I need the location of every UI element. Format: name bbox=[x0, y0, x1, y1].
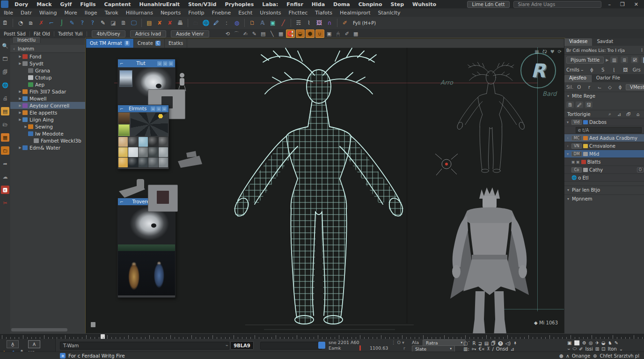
shelf-tab-3[interactable]: Tsdtfst Yuli bbox=[54, 31, 87, 36]
tree-row-dacbos[interactable]: ▾VidDacbos bbox=[564, 118, 644, 126]
question-icon[interactable]: ? bbox=[78, 19, 87, 27]
gear-status-icon[interactable]: ⊛ bbox=[593, 353, 597, 359]
text-icon[interactable]: 𝔛 bbox=[487, 346, 490, 352]
diamond-icon[interactable]: ◇ bbox=[606, 84, 614, 90]
printer-icon[interactable]: 🖨 bbox=[1, 94, 9, 102]
dot-icon[interactable]: : bbox=[222, 19, 231, 27]
table-icon[interactable]: 𝔸 bbox=[258, 19, 267, 27]
expand-arrow-icon[interactable]: ▶ bbox=[18, 55, 22, 58]
outliner-item-aep[interactable]: Aep bbox=[10, 81, 85, 88]
expand-arrow-icon[interactable]: ▶ bbox=[18, 90, 22, 93]
doc-icon[interactable]: 🗎 bbox=[119, 19, 128, 27]
r-icon[interactable]: R bbox=[472, 341, 476, 346]
ratra-dropdown[interactable]: Ratra▾ bbox=[423, 339, 466, 346]
darkbox-icon[interactable]: ◪ bbox=[109, 19, 118, 27]
clay-icon[interactable]: ☁ bbox=[1, 172, 9, 181]
o-icon[interactable]: O bbox=[575, 84, 583, 90]
menu2-item-1[interactable]: Datr bbox=[17, 10, 36, 16]
target-icon[interactable]: ◎ bbox=[589, 340, 593, 345]
question2-icon[interactable]: ? bbox=[88, 19, 97, 27]
outliner-tab[interactable]: Insectlu bbox=[12, 36, 41, 43]
tree-row-aed-aadua-cradbmy[interactable]: ›MCAed Aadua Cradbmy bbox=[564, 134, 644, 142]
tab-viadese[interactable]: Viadese bbox=[564, 38, 592, 46]
flag-icon[interactable]: ▛ bbox=[641, 57, 644, 63]
outliner-item-sewing[interactable]: ▶Sewing bbox=[10, 123, 85, 130]
curve-icon[interactable]: ⌐ bbox=[47, 19, 56, 27]
outliner-item-fith-3lll7-sadar[interactable]: ▶Fith 3lll7 Sadar bbox=[10, 88, 85, 95]
snap-point-icon[interactable]: ⬢ bbox=[306, 29, 315, 38]
outliner-item-grana[interactable]: Grana bbox=[10, 67, 85, 74]
sound-icon[interactable]: ◁) bbox=[505, 341, 511, 346]
clock-icon[interactable]: ◔ bbox=[16, 19, 25, 27]
panel-elrmnts-header[interactable]: ⌐ Elrmnts ▫ ▫ ▫ bbox=[118, 105, 168, 112]
u-icon[interactable]: ⌙ bbox=[596, 84, 603, 90]
pen3-icon[interactable]: ✎ bbox=[615, 340, 618, 345]
material-swatch-8[interactable] bbox=[148, 147, 158, 157]
panel-button-icon[interactable]: ▫ bbox=[168, 61, 173, 66]
keys-icon[interactable]: ▣ bbox=[325, 30, 333, 37]
copy-icon[interactable]: 🗍 bbox=[491, 341, 496, 346]
tree-caret-icon[interactable]: ▾ bbox=[565, 152, 570, 156]
tree-caret-icon[interactable]: › bbox=[565, 144, 570, 148]
shelf-button-3[interactable]: Aasde Vienr bbox=[171, 30, 209, 37]
outliner-item-aeytear-conrrell[interactable]: ▶Aeytear Conrrell bbox=[10, 102, 85, 109]
tree-row-cathy[interactable]: CoCathyO bbox=[564, 166, 644, 174]
menu2-item-9[interactable]: Fnebne bbox=[208, 10, 235, 16]
menu2-item-8[interactable]: Fnotlp bbox=[184, 10, 208, 16]
mlte-section-header[interactable]: ▾Mlte Rege bbox=[564, 92, 644, 100]
node-card-2[interactable] bbox=[148, 185, 178, 212]
outliner-item-ctotup[interactable]: Ctotup bbox=[10, 74, 85, 81]
tiny1-icon[interactable]: ⌕ bbox=[606, 111, 614, 117]
menu2-item-14[interactable]: Healmiprort bbox=[336, 10, 374, 16]
outliner-item-syvdt[interactable]: ▶Syvdt bbox=[10, 60, 85, 67]
menu2-item-12[interactable]: Fhcttec bbox=[285, 10, 311, 16]
win2-icon[interactable]: ⊡ bbox=[601, 346, 605, 352]
camera-icon[interactable]: 🖶 bbox=[176, 19, 185, 27]
armored-figure[interactable] bbox=[450, 187, 529, 334]
gray-wireframe-figure[interactable] bbox=[456, 62, 526, 172]
material-swatch-4[interactable] bbox=[159, 137, 168, 147]
mpnnem-section-header[interactable]: ▾Mpnnem bbox=[564, 194, 644, 202]
menu2-item-3[interactable]: More bbox=[61, 10, 81, 16]
grs-icon[interactable]: Grs bbox=[633, 66, 640, 73]
material-swatch-2[interactable] bbox=[139, 137, 148, 147]
search-input[interactable]: Siare Adre Uags bbox=[513, 1, 601, 8]
expand-arrow-icon[interactable]: ▶ bbox=[18, 118, 22, 122]
collapse-icon[interactable]: ⌐ bbox=[120, 61, 125, 66]
collapse-icon[interactable]: ⌐ bbox=[120, 200, 125, 204]
shelf-button-2[interactable]: Adrics Ivad bbox=[130, 30, 166, 37]
scatter-x-icon[interactable]: ✘ bbox=[155, 19, 164, 27]
pen-blue-icon[interactable]: ✎ bbox=[67, 19, 77, 27]
hand-icon[interactable]: ✍ bbox=[242, 30, 249, 37]
win1-icon[interactable]: ⊞ bbox=[595, 346, 599, 352]
key-icon[interactable]: ▢˙ bbox=[463, 341, 470, 346]
shelf-button-1[interactable]: 4bh/Disey bbox=[92, 30, 125, 37]
font-box-1[interactable]: A̰ bbox=[7, 340, 19, 348]
pen-icon[interactable]: ✎ bbox=[250, 30, 258, 37]
menu2-item-2[interactable]: Wiaing bbox=[36, 10, 60, 16]
pencil3-icon[interactable]: ✐ bbox=[579, 346, 583, 352]
tree-row-o-etl[interactable]: 🌐o Etl bbox=[564, 174, 644, 182]
element-thumb[interactable] bbox=[118, 113, 130, 124]
element-thumb[interactable] bbox=[118, 124, 130, 136]
iton-label[interactable]: Iton bbox=[607, 346, 616, 352]
frame-value-box[interactable]: 9BLA9 bbox=[230, 341, 254, 350]
tiny3-icon[interactable]: 🗗 bbox=[625, 111, 632, 117]
slash2-icon[interactable]: ∕ bbox=[492, 346, 493, 352]
menu-item-13[interactable]: Step bbox=[387, 1, 409, 7]
keyframe-blue-icon[interactable] bbox=[318, 342, 325, 349]
material-swatch-11[interactable] bbox=[128, 158, 138, 167]
menu-item-2[interactable]: Gylf bbox=[56, 1, 76, 7]
slash-icon[interactable]: ╱ bbox=[278, 19, 288, 27]
wireframe-character[interactable] bbox=[232, 48, 405, 324]
scatter-x2-icon[interactable]: ✘ bbox=[165, 19, 175, 27]
close-red-icon[interactable]: ✗ bbox=[37, 19, 46, 27]
menu2-item-7[interactable]: Neports bbox=[157, 10, 184, 16]
menu-item-0[interactable]: Dory bbox=[10, 1, 32, 7]
material-swatch-9[interactable] bbox=[159, 147, 168, 157]
material-swatch-0[interactable] bbox=[118, 137, 128, 147]
grid2-icon[interactable]: ▦ bbox=[352, 30, 360, 37]
chev-icon[interactable]: ⌄ bbox=[619, 346, 623, 352]
tree-field[interactable]: e t/A bbox=[576, 127, 642, 133]
material-swatch-14[interactable] bbox=[159, 158, 168, 167]
